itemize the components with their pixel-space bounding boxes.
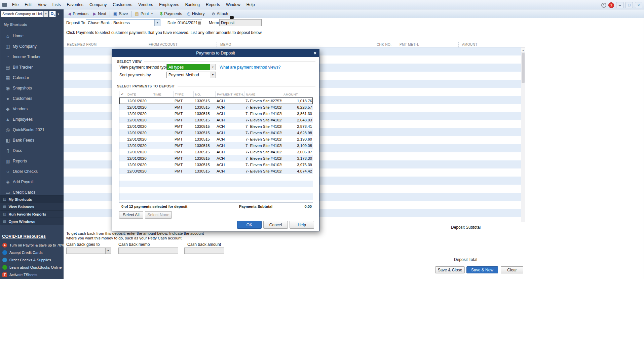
payment-row[interactable] [119, 174, 313, 181]
menu-company[interactable]: Company [86, 0, 110, 9]
search-dropdown-arrow-icon[interactable]: ▼ [44, 11, 48, 17]
payments-to-deposit-dialog: Payments to Deposit × SELECT VIEW View p… [112, 49, 319, 231]
menu-vendors[interactable]: Vendors [135, 0, 156, 9]
collapse-sidebar-chevron-icon[interactable]: ‹ [58, 11, 59, 16]
payment-row[interactable]: 12/01/2020PMT1330515ACH7- Eleven Site #4… [119, 136, 313, 142]
cell-amount: 3,976.39 [282, 161, 313, 168]
save-and-close-button[interactable]: Save & Close [435, 266, 465, 273]
sidebar-section-run-favorite-reports[interactable]: ▤Run Favorite Reports [0, 210, 64, 218]
menu-file[interactable]: File [9, 0, 22, 9]
notification-badge[interactable]: 1 [608, 2, 614, 8]
covid-item-order-checks-supplies[interactable]: Order Checks & Supplies [0, 256, 64, 264]
cell-no: 1330515 [193, 168, 215, 174]
sidebar-item-docs[interactable]: ▯Docs [0, 145, 64, 156]
cancel-button[interactable]: Cancel [263, 221, 288, 229]
sidebar-item-quickbooks-2021[interactable]: ◎QuickBooks 2021 [0, 124, 64, 135]
payment-row[interactable] [119, 193, 313, 200]
payment-method-type-select[interactable]: All types ▼ [166, 64, 216, 70]
sidebar-item-bill-tracker[interactable]: ▤Bill Tracker [0, 62, 64, 72]
quickbooks-2021-icon: ◎ [5, 127, 11, 133]
sidebar-item-snapshots[interactable]: ◉Snapshots [0, 83, 64, 93]
column-header-chk-no: CHK NO. [373, 42, 396, 47]
payment-row[interactable] [119, 187, 313, 193]
covid-item-learn-about-quickbooks-online[interactable]: Learn about QuickBooks Online [0, 264, 64, 271]
covid-item-accept-credit-cards[interactable]: Accept Credit Cards [0, 249, 64, 256]
toolbar-save-button[interactable]: ▣Save [111, 11, 130, 17]
menu-lists[interactable]: Lists [49, 0, 64, 9]
sidebar-item-bank-feeds[interactable]: ◧Bank Feeds [0, 135, 64, 145]
clear-button[interactable]: Clear [501, 266, 523, 273]
close-button[interactable]: × [635, 2, 642, 8]
sidebar-section-open-windows[interactable]: ▤Open Windows [0, 218, 64, 225]
covid-resources-link[interactable]: COVID-19 Resources [2, 234, 46, 239]
sidebar-item-order-checks[interactable]: ○Order Checks [0, 166, 64, 177]
payment-row[interactable]: 12/01/2020PMT1330515ACH7- Eleven Site #4… [119, 110, 313, 117]
sidebar-item-income-tracker[interactable]: ◔Income Tracker [0, 51, 64, 62]
sidebar-item-calendar[interactable]: ▦Calendar [0, 72, 64, 83]
scroll-up-arrow-icon[interactable]: ▲ [521, 48, 525, 52]
payment-row[interactable]: 12/01/2020PMT1330515ACH7- Eleven Site #4… [119, 104, 313, 110]
payment-row[interactable]: 12/01/2020PMT1330515ACH7- Eleven Site #2… [119, 98, 313, 104]
search-input[interactable] [1, 11, 44, 17]
sidebar-item-vendors[interactable]: ◆Vendors [0, 104, 64, 114]
vertical-scrollbar[interactable]: ▲ [521, 47, 525, 222]
sidebar-section-my-shortcuts[interactable]: ▤My Shortcuts [0, 195, 64, 203]
sidebar-item-credit-cards[interactable]: ▭Credit Cards [0, 187, 64, 195]
toolbar-history-button[interactable]: ◷History [185, 11, 207, 17]
sidebar-item-employees[interactable]: ▲Employees [0, 114, 64, 124]
cashback-memo-input[interactable] [118, 248, 178, 254]
payment-method-views-link[interactable]: What are payment method views? [220, 65, 280, 70]
toolbar-print-button[interactable]: ▤Print▼ [133, 11, 156, 17]
payment-row[interactable] [119, 200, 313, 203]
cell-time [152, 110, 173, 117]
menu-help[interactable]: Help [243, 0, 258, 9]
payment-row[interactable]: 12/03/2020PMT1330515ACH7- Eleven Site #4… [119, 168, 313, 174]
menu-reports[interactable]: Reports [203, 0, 223, 9]
payment-row[interactable]: 12/01/2020PMT1330515ACH7- Eleven Site #4… [119, 123, 313, 129]
select-all-button[interactable]: Select All [119, 211, 143, 219]
covid-item-turn-on-payroll-save-up-to-70[interactable]: +Turn on Payroll & save up to 70% [0, 241, 64, 249]
toolbar-previous-button[interactable]: ◀Previous [66, 11, 91, 17]
sort-payments-select[interactable]: Payment Method ▼ [166, 72, 216, 78]
toolbar-next-button[interactable]: ▶Next [91, 11, 109, 17]
menu-edit[interactable]: Edit [22, 0, 35, 9]
scrollbar-thumb[interactable] [522, 53, 525, 83]
menu-employees[interactable]: Employees [156, 0, 182, 9]
sidebar-item-customers[interactable]: ●Customers [0, 93, 64, 104]
cashback-amount-input[interactable] [184, 248, 224, 254]
payment-row[interactable] [119, 181, 313, 187]
ok-button[interactable]: OK [237, 221, 262, 229]
help-button[interactable]: Help [290, 221, 314, 229]
search-button[interactable] [49, 11, 56, 17]
payment-row[interactable]: 12/01/2020PMT1330515ACH7- Eleven Site #4… [119, 149, 313, 155]
select-none-button[interactable]: Select None [145, 211, 172, 219]
sidebar-section-view-balances[interactable]: ▤View Balances [0, 203, 64, 210]
calendar-icon[interactable]: ▦ [198, 21, 201, 25]
date-input[interactable]: 01/04/2021 ▦ [176, 19, 202, 26]
payment-row[interactable]: 12/01/2020PMT1330515ACH7- Eleven Site #4… [119, 161, 313, 168]
payment-row[interactable]: 12/01/2020PMT1330515ACH7- Eleven Site #4… [119, 117, 313, 123]
sidebar-item-add-payroll[interactable]: ◈Add Payroll [0, 177, 64, 187]
save-and-new-button[interactable]: Save & New [466, 266, 498, 273]
minimize-button[interactable]: – [616, 2, 623, 8]
restore-button[interactable]: □ [626, 2, 633, 8]
sidebar-item-my-company[interactable]: ◫My Company [0, 41, 64, 51]
toolbar-payments-button[interactable]: $Payments [158, 11, 185, 17]
deposit-to-select[interactable]: Chase Bank - Business ▼ [86, 19, 160, 26]
memo-input[interactable]: Deposit [219, 19, 262, 26]
menu-window[interactable]: Window [223, 0, 243, 9]
payment-row[interactable]: 12/01/2020PMT1330515ACH7- Eleven Site #4… [119, 142, 313, 149]
dialog-close-icon[interactable]: × [314, 50, 316, 56]
cashback-goes-to-select[interactable]: ▼ [66, 248, 111, 254]
menu-banking[interactable]: Banking [182, 0, 203, 9]
covid-item-activate-tsheets[interactable]: TActivate TSheets [0, 271, 64, 278]
sidebar-item-home[interactable]: ⌂Home [0, 31, 64, 41]
payment-row[interactable]: 12/01/2020PMT1330515ACH7- Eleven Site #4… [119, 129, 313, 136]
toolbar-attach-button[interactable]: ⊘Attach [209, 11, 230, 17]
sidebar-item-reports[interactable]: ▥Reports [0, 156, 64, 166]
menu-view[interactable]: View [35, 0, 49, 9]
payment-row[interactable]: 12/01/2020PMT1330515ACH7- Eleven Site #4… [119, 155, 313, 161]
menu-favorites[interactable]: Favorites [64, 0, 86, 9]
clock-icon[interactable] [601, 3, 606, 8]
menu-customers[interactable]: Customers [110, 0, 135, 9]
